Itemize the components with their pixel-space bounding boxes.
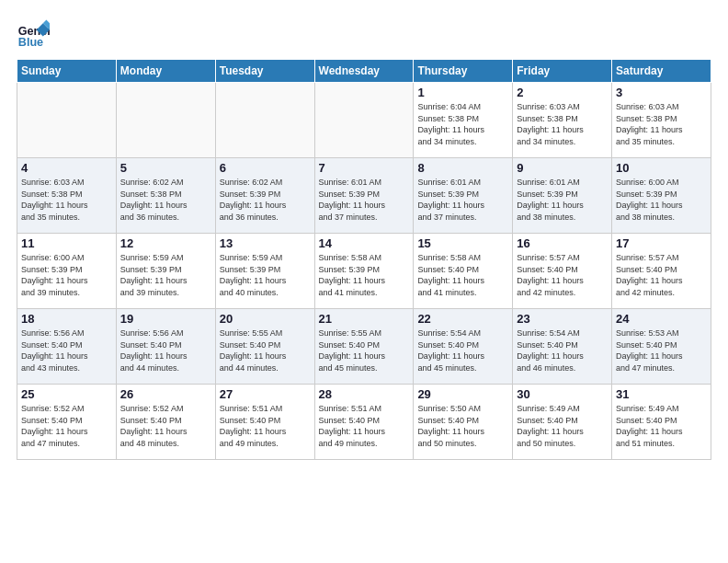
- day-info: Sunrise: 6:01 AM Sunset: 5:39 PM Dayligh…: [417, 177, 508, 223]
- calendar-cell: 18Sunrise: 5:56 AM Sunset: 5:40 PM Dayli…: [17, 309, 117, 385]
- week-row-5: 25Sunrise: 5:52 AM Sunset: 5:40 PM Dayli…: [17, 385, 711, 460]
- calendar-cell: 5Sunrise: 6:02 AM Sunset: 5:38 PM Daylig…: [116, 158, 215, 234]
- day-info: Sunrise: 6:04 AM Sunset: 5:38 PM Dayligh…: [417, 101, 508, 147]
- calendar-cell: 4Sunrise: 6:03 AM Sunset: 5:38 PM Daylig…: [17, 158, 117, 234]
- day-info: Sunrise: 5:53 AM Sunset: 5:40 PM Dayligh…: [616, 327, 707, 373]
- calendar-cell: 23Sunrise: 5:54 AM Sunset: 5:40 PM Dayli…: [513, 309, 612, 385]
- day-number: 27: [220, 387, 311, 401]
- day-info: Sunrise: 5:55 AM Sunset: 5:40 PM Dayligh…: [319, 327, 410, 373]
- calendar-cell: [116, 83, 215, 158]
- day-info: Sunrise: 5:55 AM Sunset: 5:40 PM Dayligh…: [220, 327, 311, 373]
- day-info: Sunrise: 5:59 AM Sunset: 5:39 PM Dayligh…: [120, 252, 211, 298]
- header-monday: Monday: [116, 60, 215, 83]
- calendar-cell: 17Sunrise: 5:57 AM Sunset: 5:40 PM Dayli…: [612, 234, 711, 309]
- day-info: Sunrise: 5:51 AM Sunset: 5:40 PM Dayligh…: [319, 403, 410, 449]
- day-info: Sunrise: 6:03 AM Sunset: 5:38 PM Dayligh…: [616, 101, 707, 147]
- calendar-cell: 1Sunrise: 6:04 AM Sunset: 5:38 PM Daylig…: [414, 83, 513, 158]
- calendar-body: 1Sunrise: 6:04 AM Sunset: 5:38 PM Daylig…: [17, 83, 711, 460]
- day-info: Sunrise: 5:59 AM Sunset: 5:39 PM Dayligh…: [220, 252, 311, 298]
- day-number: 17: [616, 236, 707, 250]
- day-number: 18: [21, 312, 112, 326]
- day-number: 5: [120, 161, 211, 175]
- calendar-cell: 24Sunrise: 5:53 AM Sunset: 5:40 PM Dayli…: [612, 309, 711, 385]
- day-number: 2: [517, 86, 608, 99]
- header: General Blue: [17, 17, 711, 50]
- calendar-cell: 14Sunrise: 5:58 AM Sunset: 5:39 PM Dayli…: [314, 234, 414, 309]
- day-info: Sunrise: 6:03 AM Sunset: 5:38 PM Dayligh…: [21, 177, 112, 223]
- calendar-cell: 29Sunrise: 5:50 AM Sunset: 5:40 PM Dayli…: [414, 385, 513, 460]
- calendar-cell: 2Sunrise: 6:03 AM Sunset: 5:38 PM Daylig…: [513, 83, 612, 158]
- day-number: 25: [21, 387, 112, 401]
- day-info: Sunrise: 5:58 AM Sunset: 5:40 PM Dayligh…: [417, 252, 508, 298]
- calendar-cell: 27Sunrise: 5:51 AM Sunset: 5:40 PM Dayli…: [215, 385, 314, 460]
- calendar-cell: [215, 83, 314, 158]
- calendar-cell: 13Sunrise: 5:59 AM Sunset: 5:39 PM Dayli…: [215, 234, 314, 309]
- day-number: 30: [517, 387, 608, 401]
- page: General Blue SundayMondayTuesdayWednesda…: [0, 0, 728, 469]
- day-info: Sunrise: 5:56 AM Sunset: 5:40 PM Dayligh…: [120, 327, 211, 373]
- day-info: Sunrise: 6:02 AM Sunset: 5:38 PM Dayligh…: [120, 177, 211, 223]
- header-friday: Friday: [513, 60, 612, 83]
- day-number: 3: [616, 86, 707, 99]
- svg-text:Blue: Blue: [18, 36, 43, 49]
- day-number: 6: [220, 161, 311, 175]
- calendar-table: SundayMondayTuesdayWednesdayThursdayFrid…: [17, 59, 711, 460]
- calendar-cell: 21Sunrise: 5:55 AM Sunset: 5:40 PM Dayli…: [314, 309, 414, 385]
- day-info: Sunrise: 5:50 AM Sunset: 5:40 PM Dayligh…: [417, 403, 508, 449]
- day-number: 20: [220, 312, 311, 326]
- day-info: Sunrise: 5:57 AM Sunset: 5:40 PM Dayligh…: [517, 252, 608, 298]
- calendar-cell: 11Sunrise: 6:00 AM Sunset: 5:39 PM Dayli…: [17, 234, 117, 309]
- header-thursday: Thursday: [414, 60, 513, 83]
- week-row-2: 4Sunrise: 6:03 AM Sunset: 5:38 PM Daylig…: [17, 158, 711, 234]
- calendar-cell: 31Sunrise: 5:49 AM Sunset: 5:40 PM Dayli…: [612, 385, 711, 460]
- day-info: Sunrise: 5:54 AM Sunset: 5:40 PM Dayligh…: [517, 327, 608, 373]
- calendar-cell: 9Sunrise: 6:01 AM Sunset: 5:39 PM Daylig…: [513, 158, 612, 234]
- calendar-cell: 10Sunrise: 6:00 AM Sunset: 5:39 PM Dayli…: [612, 158, 711, 234]
- calendar-cell: 22Sunrise: 5:54 AM Sunset: 5:40 PM Dayli…: [414, 309, 513, 385]
- day-number: 22: [417, 312, 508, 326]
- header-sunday: Sunday: [17, 60, 117, 83]
- week-row-1: 1Sunrise: 6:04 AM Sunset: 5:38 PM Daylig…: [17, 83, 711, 158]
- day-info: Sunrise: 5:49 AM Sunset: 5:40 PM Dayligh…: [616, 403, 707, 449]
- day-number: 28: [319, 387, 410, 401]
- calendar-cell: 6Sunrise: 6:02 AM Sunset: 5:39 PM Daylig…: [215, 158, 314, 234]
- header-tuesday: Tuesday: [215, 60, 314, 83]
- day-number: 4: [21, 161, 112, 175]
- day-number: 23: [517, 312, 608, 326]
- day-number: 31: [616, 387, 707, 401]
- day-info: Sunrise: 5:57 AM Sunset: 5:40 PM Dayligh…: [616, 252, 707, 298]
- week-row-3: 11Sunrise: 6:00 AM Sunset: 5:39 PM Dayli…: [17, 234, 711, 309]
- calendar-cell: 30Sunrise: 5:49 AM Sunset: 5:40 PM Dayli…: [513, 385, 612, 460]
- header-wednesday: Wednesday: [314, 60, 414, 83]
- calendar-cell: 15Sunrise: 5:58 AM Sunset: 5:40 PM Dayli…: [414, 234, 513, 309]
- calendar-cell: 28Sunrise: 5:51 AM Sunset: 5:40 PM Dayli…: [314, 385, 414, 460]
- header-saturday: Saturday: [612, 60, 711, 83]
- logo: General Blue: [17, 17, 53, 50]
- day-info: Sunrise: 6:03 AM Sunset: 5:38 PM Dayligh…: [517, 101, 608, 147]
- day-number: 26: [120, 387, 211, 401]
- day-number: 8: [417, 161, 508, 175]
- day-info: Sunrise: 6:01 AM Sunset: 5:39 PM Dayligh…: [517, 177, 608, 223]
- day-info: Sunrise: 5:49 AM Sunset: 5:40 PM Dayligh…: [517, 403, 608, 449]
- calendar-cell: 8Sunrise: 6:01 AM Sunset: 5:39 PM Daylig…: [414, 158, 513, 234]
- calendar-cell: 12Sunrise: 5:59 AM Sunset: 5:39 PM Dayli…: [116, 234, 215, 309]
- calendar-cell: 20Sunrise: 5:55 AM Sunset: 5:40 PM Dayli…: [215, 309, 314, 385]
- calendar-cell: 3Sunrise: 6:03 AM Sunset: 5:38 PM Daylig…: [612, 83, 711, 158]
- calendar-cell: 25Sunrise: 5:52 AM Sunset: 5:40 PM Dayli…: [17, 385, 117, 460]
- day-info: Sunrise: 5:56 AM Sunset: 5:40 PM Dayligh…: [21, 327, 112, 373]
- day-info: Sunrise: 5:52 AM Sunset: 5:40 PM Dayligh…: [21, 403, 112, 449]
- day-number: 12: [120, 236, 211, 250]
- day-number: 9: [517, 161, 608, 175]
- day-info: Sunrise: 6:00 AM Sunset: 5:39 PM Dayligh…: [21, 252, 112, 298]
- day-number: 16: [517, 236, 608, 250]
- day-number: 29: [417, 387, 508, 401]
- day-number: 19: [120, 312, 211, 326]
- calendar-cell: 26Sunrise: 5:52 AM Sunset: 5:40 PM Dayli…: [116, 385, 215, 460]
- day-info: Sunrise: 6:01 AM Sunset: 5:39 PM Dayligh…: [319, 177, 410, 223]
- week-row-4: 18Sunrise: 5:56 AM Sunset: 5:40 PM Dayli…: [17, 309, 711, 385]
- calendar-header: SundayMondayTuesdayWednesdayThursdayFrid…: [17, 60, 711, 83]
- day-number: 11: [21, 236, 112, 250]
- day-number: 13: [220, 236, 311, 250]
- day-number: 14: [319, 236, 410, 250]
- day-info: Sunrise: 6:02 AM Sunset: 5:39 PM Dayligh…: [220, 177, 311, 223]
